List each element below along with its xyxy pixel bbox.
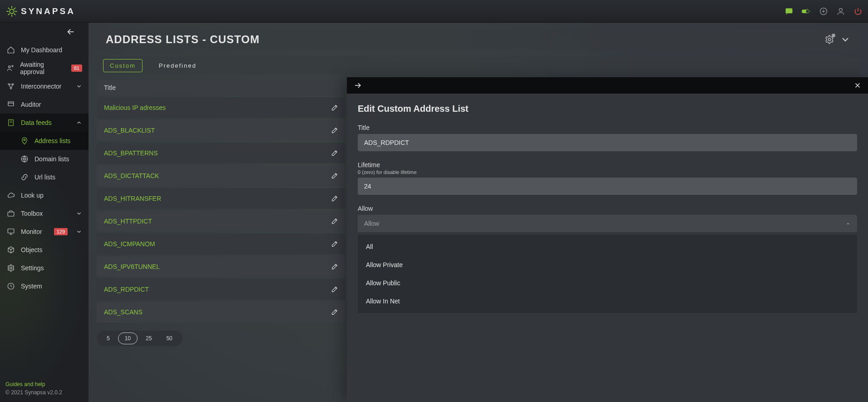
page-size-50[interactable]: 50 (160, 333, 178, 344)
tab-predefined[interactable]: Predefined (153, 60, 203, 72)
nav-label: Domain lists (35, 155, 69, 163)
edit-button[interactable] (331, 286, 338, 293)
list-row[interactable]: ADS_SCANS (97, 302, 345, 323)
edit-button[interactable] (331, 308, 338, 316)
arrow-right-icon (353, 81, 362, 90)
nav-monitor[interactable]: Monitor 129 (0, 223, 89, 241)
nav-label: Settings (21, 264, 44, 272)
collapse-button[interactable] (840, 34, 851, 45)
allow-option[interactable]: Allow Public (358, 274, 857, 292)
edit-button[interactable] (331, 263, 338, 270)
row-title: ADS_SCANS (104, 308, 143, 316)
allow-placeholder: Allow (364, 220, 379, 227)
allow-select[interactable]: Allow (358, 215, 857, 232)
list-row[interactable]: ADS_RDPDICT (97, 279, 345, 300)
svg-point-15 (24, 139, 25, 141)
panel-expand-button[interactable] (353, 81, 362, 90)
sidebar-back-button[interactable] (0, 23, 89, 41)
chat-icon[interactable] (784, 7, 794, 16)
nav-address-lists[interactable]: Address lists (0, 132, 89, 150)
nav-system[interactable]: System (0, 277, 89, 295)
page-settings-button[interactable] (824, 35, 834, 45)
chevron-down-icon (76, 210, 82, 217)
row-title: Malicious IP adresses (104, 104, 166, 111)
power-icon[interactable] (853, 7, 863, 16)
edit-icon (331, 127, 338, 134)
list-row[interactable]: ADS_IPV6TUNNEL (97, 256, 345, 277)
nav-awaiting-approval[interactable]: Awaiting approval 81 (0, 59, 89, 77)
svg-point-11 (12, 84, 14, 85)
nav-settings[interactable]: Settings (0, 259, 89, 277)
nav-look-up[interactable]: Look up (0, 186, 89, 204)
panel-close-button[interactable] (853, 81, 862, 89)
nav-data-feeds[interactable]: Data feeds (0, 114, 89, 132)
edit-button[interactable] (331, 172, 338, 179)
nav-label: Objects (21, 246, 42, 253)
list-row[interactable]: ADS_HITRANSFER (97, 188, 345, 209)
allow-dropdown: AllAllow PrivateAllow PublicAllow In Net (358, 235, 857, 313)
edit-icon (331, 263, 338, 270)
allow-option[interactable]: Allow Private (358, 256, 857, 274)
page-size-5[interactable]: 5 (100, 333, 116, 344)
add-icon[interactable] (819, 7, 828, 16)
nav-label: Url lists (35, 174, 55, 181)
svg-rect-1 (786, 8, 793, 13)
list-row[interactable]: ADS_BPATTERNS (97, 143, 345, 164)
list-row[interactable]: Malicious IP adresses (97, 97, 345, 118)
allow-option[interactable]: All (358, 238, 857, 256)
list-row[interactable]: ADS_ICMPANOM (97, 233, 345, 254)
nav-toolbox[interactable]: Toolbox (0, 204, 89, 223)
theme-toggle-icon[interactable] (802, 7, 811, 16)
nav-list: My Dashboard Awaiting approval 81 Interc… (0, 41, 89, 295)
svg-point-8 (9, 66, 11, 68)
chevron-down-icon (76, 228, 82, 235)
sidebar: My Dashboard Awaiting approval 81 Interc… (0, 23, 89, 402)
tab-custom[interactable]: Custom (103, 59, 143, 72)
title-input[interactable] (358, 134, 857, 151)
list-row[interactable]: ADS_DICTATTACK (97, 165, 345, 186)
page-size-25[interactable]: 25 (139, 333, 158, 344)
interconnector-icon (6, 82, 15, 91)
row-title: ADS_HTTPDICT (104, 218, 152, 225)
svg-rect-18 (8, 229, 14, 233)
edit-button[interactable] (331, 127, 338, 134)
svg-point-7 (839, 8, 843, 11)
notification-dot-icon (832, 34, 835, 37)
edit-button[interactable] (331, 195, 338, 202)
list-row[interactable]: ADS_BLACKLIST (97, 120, 345, 141)
row-title: ADS_BPATTERNS (104, 149, 158, 157)
nav-domain-lists[interactable]: Domain lists (0, 150, 89, 168)
nav-my-dashboard[interactable]: My Dashboard (0, 41, 89, 59)
list-row[interactable]: ADS_HTTPDICT (97, 211, 345, 232)
user-icon[interactable] (836, 7, 845, 16)
brand-logo[interactable]: SYNAPSA (5, 5, 75, 18)
allow-option[interactable]: Allow In Net (358, 292, 857, 310)
address-list: Title Malicious IP adressesADS_BLACKLIST… (97, 80, 345, 346)
close-icon (853, 81, 862, 89)
nav-objects[interactable]: Objects (0, 241, 89, 259)
edit-button[interactable] (331, 104, 338, 111)
edit-icon (331, 286, 338, 293)
chevron-down-icon (840, 34, 851, 45)
arrow-left-icon (66, 27, 76, 37)
guides-help-link[interactable]: Guides and help (5, 381, 83, 387)
nav-label: My Dashboard (21, 46, 62, 54)
nav-interconnector[interactable]: Interconnector (0, 77, 89, 95)
nav-label: Interconnector (21, 83, 62, 90)
nav-url-lists[interactable]: Url lists (0, 168, 89, 186)
page-size-10[interactable]: 10 (118, 333, 138, 344)
row-title: ADS_DICTATTACK (104, 172, 159, 179)
svg-rect-17 (8, 212, 14, 216)
svg-point-12 (10, 88, 12, 89)
edit-button[interactable] (331, 218, 338, 225)
edit-button[interactable] (331, 240, 338, 248)
badge-count: 81 (71, 65, 82, 72)
auditor-icon (6, 100, 15, 109)
page-title: ADDRESS LISTS - CUSTOM (106, 33, 260, 46)
edit-button[interactable] (331, 149, 338, 157)
svg-point-19 (10, 267, 12, 269)
nav-auditor[interactable]: Auditor (0, 95, 89, 114)
lifetime-input[interactable] (358, 178, 857, 195)
objects-icon (6, 245, 15, 254)
nav-label: Monitor (21, 228, 42, 235)
